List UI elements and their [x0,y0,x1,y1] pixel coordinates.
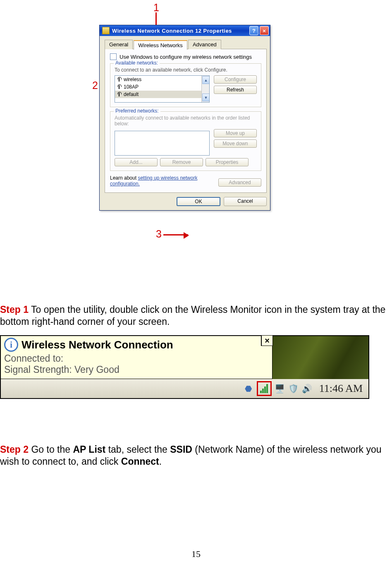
tray-clock: 11:46 AM [319,382,363,395]
ok-button[interactable]: OK [177,197,220,206]
group-title-available: Available networks: [114,60,160,66]
move-down-button[interactable]: Move down [214,139,257,148]
tab-wireless-networks[interactable]: Wireless Networks [134,40,187,50]
dialog-title: Wireless Network Connection 12 Propertie… [112,28,249,34]
step-2-label: Step 2 [0,444,29,455]
checkbox-icon[interactable] [110,53,117,60]
learn-prefix: Learn about [110,175,138,181]
step-1-paragraph: Step 1 To open the utility, double click… [0,304,392,328]
close-button[interactable]: × [260,26,269,35]
step-2-bold-connect: Connect [121,456,159,467]
wireless-monitor-tray-icon[interactable] [257,381,272,396]
arrow-right-icon [163,234,188,235]
systray-screenshot: i Wireless Network Connection × Connecte… [0,335,369,399]
antenna-icon [117,77,122,82]
tab-strip: General Wireless Networks Advanced [105,39,267,49]
checkbox-label: Use Windows to configure my wireless net… [120,54,252,60]
configure-button[interactable]: Configure [214,75,257,84]
step-2-bold-aplist: AP List [73,444,105,455]
page-number: 15 [0,549,392,559]
help-button[interactable]: ? [249,26,258,35]
preferred-help-text: Automatically connect to available netwo… [115,115,257,127]
move-up-button[interactable]: Move up [214,129,257,137]
callout-number-1: 1 [153,2,159,13]
callout-number-3: 3 [156,229,162,239]
callout-number-2: 2 [92,80,98,91]
step-1-label: Step 1 [0,304,29,315]
properties-button[interactable]: Properties [206,158,249,166]
step-2-text-1: Go to the [29,444,73,455]
tooltip-title: Wireless Network Connection [22,339,173,351]
available-networks-group: Available networks: To connect to an ava… [110,63,261,107]
tab-general[interactable]: General [105,40,133,49]
info-icon: i [4,338,18,352]
tooltip-line-1: Connected to: [4,353,269,364]
properties-dialog: Wireless Network Connection 12 Propertie… [99,25,270,211]
step-2-text-2: tab, select the [105,444,170,455]
group-title-preferred: Preferred networks: [114,108,160,114]
use-windows-checkbox-row[interactable]: Use Windows to configure my wireless net… [110,53,261,60]
tray-icon-volume[interactable]: 🔊 [302,383,313,394]
available-help-text: To connect to an available network, clic… [115,67,257,73]
step-2-bold-ssid: SSID [170,444,192,455]
network-item-selected[interactable]: default [115,91,209,98]
signal-bars-icon [260,384,268,393]
tray-icon-network[interactable]: 🖥️ [275,383,285,394]
scroll-up-icon[interactable]: ▲ [202,76,210,84]
network-item[interactable]: wireless [115,76,209,83]
system-tray: ⬣ 🖥️ 🛡️ 🔊 11:46 AM [1,379,368,398]
refresh-button[interactable]: Refresh [214,86,257,94]
scroll-down-icon[interactable]: ▼ [202,94,210,101]
tab-panel: Use Windows to configure my wireless net… [105,49,267,193]
balloon-tooltip: i Wireless Network Connection × Connecte… [1,336,272,379]
network-name: wireless [124,77,141,82]
preferred-networks-list[interactable] [115,131,210,156]
tooltip-close-button[interactable]: × [261,335,273,346]
antenna-icon [117,84,122,89]
tooltip-line-2: Signal Strength: Very Good [4,364,269,375]
tab-advanced[interactable]: Advanced [188,40,221,49]
tray-icon-shield[interactable]: 🛡️ [288,383,299,394]
step-2-text-4: . [159,456,162,467]
scrollbar[interactable]: ▲ ▼ [201,76,209,102]
advanced-button[interactable]: Advanced [218,178,261,187]
available-networks-list[interactable]: wireless 108AP default ▲ [115,75,210,103]
network-name: 108AP [124,84,139,90]
step-2-paragraph: Step 2 Go to the AP List tab, select the… [0,444,392,468]
desktop-background [272,336,368,379]
remove-button[interactable]: Remove [160,158,203,166]
network-name: default [124,91,139,97]
app-icon [102,27,110,34]
antenna-icon [117,92,122,97]
preferred-networks-group: Preferred networks: Automatically connec… [110,111,261,171]
dialog-titlebar[interactable]: Wireless Network Connection 12 Propertie… [100,25,270,36]
add-button[interactable]: Add... [115,158,158,166]
learn-about-text: Learn about setting up wireless network … [110,175,218,187]
tray-icon-generic[interactable]: ⬣ [243,383,254,394]
cancel-button[interactable]: Cancel [224,197,267,206]
step-1-text: To open the utility, double click on the… [0,304,385,327]
network-item[interactable]: 108AP [115,83,209,91]
